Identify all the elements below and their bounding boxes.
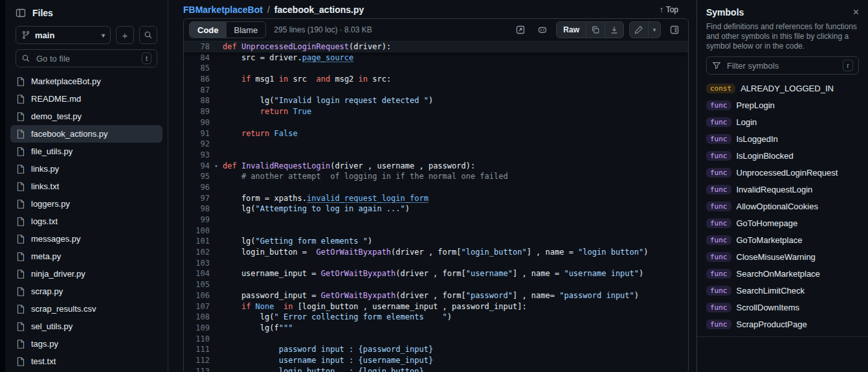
edit-dropdown-button[interactable]: ▾ [648, 22, 660, 38]
tab-blame[interactable]: Blame [227, 22, 266, 38]
file-tree-item[interactable]: links.txt [10, 178, 162, 195]
file-tree-item[interactable]: sel_utils.py [10, 318, 162, 335]
line-number[interactable]: 101 [184, 236, 210, 247]
line-number[interactable]: 86 [184, 74, 210, 85]
line-number[interactable]: 110 [184, 334, 210, 345]
pencil-icon [634, 25, 643, 34]
line-number[interactable]: 104 [184, 268, 210, 279]
symbol-list-item[interactable]: func IsLoginBlocked [697, 147, 868, 164]
line-number[interactable]: 93 [184, 150, 210, 161]
line-number[interactable]: 85 [184, 63, 210, 74]
line-number[interactable]: 113 [184, 366, 210, 372]
plus-icon: + [122, 30, 128, 41]
file-tree-item[interactable]: logs.txt [10, 213, 162, 230]
symbol-list-item[interactable]: func CloseMisuseWarning [697, 248, 868, 265]
file-tree-item[interactable]: README.md [10, 90, 162, 108]
file-meta-info: 295 lines (190 loc) · 8.03 KB [274, 25, 372, 34]
file-name: links.txt [31, 181, 59, 191]
file-tree-item[interactable]: meta.py [10, 248, 162, 265]
file-tree-item[interactable]: messages.py [10, 230, 162, 248]
line-number[interactable]: 95 [184, 171, 210, 182]
line-number[interactable]: 105 [184, 279, 210, 290]
line-number[interactable]: 78 [184, 41, 210, 52]
code-line-87: 87 [184, 85, 688, 96]
file-name: meta.py [31, 251, 61, 261]
file-tree-item[interactable]: ninja_driver.py [10, 265, 162, 283]
symbol-kind-badge: func [706, 218, 731, 228]
line-number[interactable]: 97 [184, 193, 210, 204]
branch-selector-button[interactable]: main ▾ [16, 26, 111, 44]
open-external-icon [515, 25, 526, 35]
symbol-list-item[interactable]: func AllowOptionalCookies [697, 198, 868, 215]
line-number[interactable]: 102 [184, 247, 210, 258]
fold-chevron-icon[interactable]: ▾ [210, 161, 223, 172]
tab-code[interactable]: Code [190, 22, 227, 38]
goto-file-field[interactable]: t [16, 49, 157, 67]
search-in-tree-button[interactable] [139, 26, 157, 44]
line-number[interactable]: 108 [184, 312, 210, 323]
file-tree-item[interactable]: tags.py [10, 335, 162, 353]
symbol-list-item[interactable]: func IsLoggedIn [697, 130, 868, 147]
file-tree-item[interactable]: MarketplaceBot.py [10, 73, 162, 90]
search-icon [144, 30, 153, 40]
line-number[interactable]: 112 [184, 355, 210, 366]
collapse-sidebar-icon[interactable] [16, 8, 26, 18]
symbol-list-item[interactable]: func GoToHomepage [697, 215, 868, 231]
line-number[interactable]: 89 [184, 106, 210, 117]
symbol-list-item[interactable]: func Login [697, 113, 868, 130]
file-tree-item[interactable]: loggers.py [10, 195, 162, 213]
add-file-button[interactable]: + [116, 26, 134, 44]
line-number[interactable]: 98 [184, 203, 210, 215]
line-number[interactable]: 100 [184, 226, 210, 237]
download-raw-button[interactable] [605, 22, 623, 38]
file-icon [16, 199, 26, 209]
goto-file-input[interactable] [35, 53, 137, 64]
back-to-top-link[interactable]: ↑ Top [660, 5, 678, 14]
file-tree-item[interactable]: scrap.py [10, 283, 162, 300]
copy-raw-button[interactable] [586, 22, 605, 38]
line-number[interactable]: 109 [184, 323, 210, 334]
line-number[interactable]: 103 [184, 258, 210, 269]
symbols-list: const ALREADY_LOGGED_IN func PrepLogin f… [697, 80, 868, 332]
line-number[interactable]: 84 [184, 52, 210, 64]
symbol-list-item[interactable]: func GoToMarketplace [697, 231, 868, 248]
line-number[interactable]: 106 [184, 290, 210, 301]
file-tree-item[interactable]: scrap_results.csv [10, 300, 162, 318]
file-tree-item[interactable]: links.py [10, 160, 162, 178]
filter-symbols-input[interactable] [726, 60, 838, 71]
line-number[interactable]: 91 [184, 128, 210, 139]
line-number[interactable]: 90 [184, 117, 210, 128]
symbol-list-item[interactable]: func SearchOnMarketplace [697, 265, 868, 282]
symbol-list-item[interactable]: func SearchLimitCheck [697, 282, 868, 299]
file-tree-item[interactable]: file_utils.py [10, 143, 162, 160]
line-number[interactable]: 88 [184, 95, 210, 106]
edit-file-button[interactable] [630, 22, 648, 38]
symbol-list-item[interactable]: func PrepLogin [697, 97, 868, 113]
breadcrumb-repo-link[interactable]: FBMarketplaceBot [183, 5, 263, 15]
filter-symbols-field[interactable]: r [706, 56, 859, 75]
code-line-101: 101 lg("Getting form elements ") [184, 236, 688, 247]
copilot-button[interactable] [534, 21, 551, 38]
line-number[interactable]: 111 [184, 344, 210, 355]
symbol-list-item[interactable]: func UnprocessedLoginRequest [697, 164, 868, 181]
file-name: facebook_actions.py [31, 129, 108, 139]
raw-button[interactable]: Raw [557, 22, 586, 38]
file-name: README.md [31, 94, 81, 104]
line-number[interactable]: 107 [184, 301, 210, 312]
file-tree-item[interactable]: demo_test.py [10, 108, 162, 125]
symbol-list-item[interactable]: const ALREADY_LOGGED_IN [697, 80, 868, 97]
line-number[interactable]: 92 [184, 139, 210, 150]
close-icon[interactable]: × [853, 8, 859, 17]
open-in-editor-button[interactable] [512, 21, 529, 38]
symbol-list-item[interactable]: func ScrapProductPage [697, 316, 868, 332]
file-tree-item[interactable]: facebook_actions.py [10, 125, 162, 143]
line-number[interactable]: 99 [184, 215, 210, 226]
symbol-list-item[interactable]: func ScrollDownItems [697, 299, 868, 316]
symbols-panel-toggle-button[interactable] [666, 21, 683, 38]
file-tree-item[interactable]: test.txt [10, 353, 162, 370]
line-number[interactable]: 94 [184, 161, 210, 172]
line-number[interactable]: 87 [184, 85, 210, 96]
line-number[interactable]: 96 [184, 182, 210, 193]
symbol-name: IsLoggedIn [737, 134, 778, 144]
symbol-list-item[interactable]: func InvalidRequestLogin [697, 181, 868, 198]
